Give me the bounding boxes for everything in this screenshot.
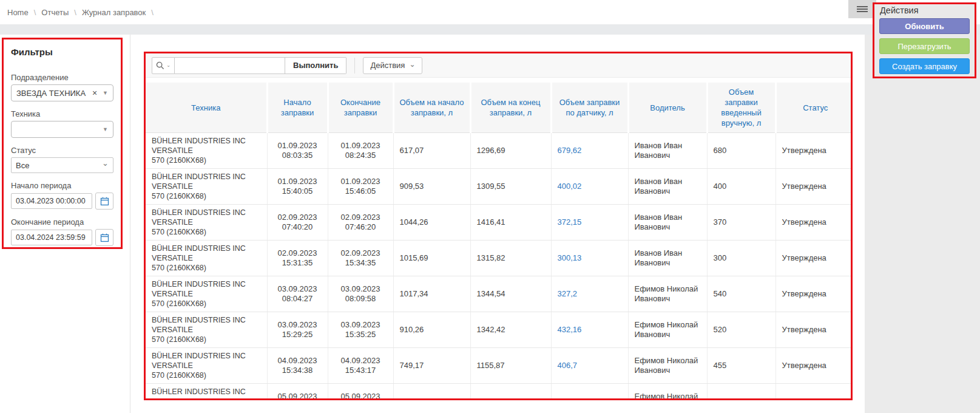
filters-title: Фильтры (11, 47, 113, 57)
table-row[interactable]: BÜHLER INDUSTRIES INC VERSATILE 570 (216… (146, 312, 853, 348)
table-cell: 300 (707, 241, 776, 276)
calendar-button[interactable] (95, 193, 113, 210)
table-cell: 1296,69 (470, 133, 551, 169)
table-cell: Ефимов Николай Иванович (628, 312, 707, 348)
refresh-button[interactable]: Обновить (879, 18, 970, 34)
grid-actions-button[interactable]: Действия ⌄ (363, 57, 422, 74)
table-cell: 03.09.2023 08:04:27 (267, 276, 328, 312)
period-end-input[interactable] (11, 230, 92, 245)
table-cell: 679,62 (551, 133, 628, 169)
search-options-button[interactable]: ⌄ (152, 57, 175, 74)
table-cell: 05.09.2023 08:23:53 (267, 384, 328, 401)
sensor-volume-link[interactable]: 372,15 (558, 217, 582, 227)
calendar-icon (100, 197, 109, 206)
column-header[interactable]: Объем на конец заправки, л (470, 83, 551, 133)
division-select[interactable]: ЗВЕЗДА ТЕХНИКА × ▼ (11, 84, 113, 101)
table-cell: 372,15 (551, 205, 628, 241)
table-cell: 455 (707, 348, 776, 384)
grid-toolbar: ⌄ Выполнить Действия ⌄ (146, 53, 851, 78)
sensor-volume-link[interactable]: 679,62 (558, 146, 582, 155)
table-row[interactable]: BÜHLER INDUSTRIES INC VERSATILE 570 (216… (146, 384, 853, 401)
table-cell: BÜHLER INDUSTRIES INC VERSATILE 570 (216… (146, 241, 267, 276)
column-header[interactable]: Начало заправки (267, 83, 328, 133)
table-cell: 400,02 (551, 169, 628, 205)
table-cell: 1344,54 (470, 276, 551, 312)
table-cell: 1301,88 (470, 384, 551, 401)
breadcrumb-item[interactable]: Отчеты (41, 8, 69, 17)
create-refuel-button[interactable]: Создать заправку (879, 58, 970, 74)
column-header[interactable]: Техника (146, 83, 267, 133)
table-cell: 1015,69 (393, 241, 470, 276)
table-row[interactable]: BÜHLER INDUSTRIES INC VERSATILE 570 (216… (146, 276, 853, 312)
table-cell: 02.09.2023 07:40:20 (267, 205, 328, 241)
clear-icon[interactable]: × (92, 89, 97, 97)
table-cell: BÜHLER INDUSTRIES INC VERSATILE 570 (216… (146, 276, 267, 312)
sensor-volume-link[interactable]: 327,2 (558, 289, 578, 298)
caret-down-icon: ⌄ (166, 63, 171, 68)
table-cell: 1017,34 (393, 276, 470, 312)
table-cell: 01.09.2023 08:03:35 (267, 133, 328, 169)
table-cell: Ефимов Николай Иванович (628, 384, 707, 401)
hamburger-icon (857, 5, 868, 13)
calendar-button[interactable] (95, 229, 113, 246)
table-cell: Иванов Иван Иванович (628, 241, 707, 276)
column-header[interactable]: Объем заправки введенный вручную, л (707, 83, 776, 133)
column-header[interactable]: Статус (776, 83, 853, 133)
table-cell: 1044,26 (393, 205, 470, 241)
table-row[interactable]: BÜHLER INDUSTRIES INC VERSATILE 570 (216… (146, 133, 853, 169)
breadcrumb-item[interactable]: Home (7, 8, 29, 17)
table-cell: 749,17 (393, 348, 470, 384)
table-cell: 909,53 (393, 169, 470, 205)
chevron-down-icon: ⌄ (409, 63, 415, 66)
table-cell: Ефимов Николай Иванович (628, 276, 707, 312)
actions-panel: Действия Обновить Перезагрузить Создать … (873, 2, 976, 78)
table-row[interactable]: BÜHLER INDUSTRIES INC VERSATILE 570 (216… (146, 205, 853, 241)
table-cell: Иванов Иван Иванович (628, 169, 707, 205)
caret-down-icon[interactable]: ▼ (103, 127, 108, 132)
period-start-input[interactable] (11, 193, 92, 209)
table-cell: 1309,55 (470, 169, 551, 205)
table-cell: 02.09.2023 07:46:20 (328, 205, 393, 241)
top-bar: Home\Отчеты\Журнал заправок\ (0, 0, 980, 24)
table-cell: BÜHLER INDUSTRIES INC VERSATILE 570 (216… (146, 133, 267, 169)
table-cell: 370 (707, 205, 776, 241)
column-header[interactable]: Объем на начало заправки, л (393, 83, 470, 133)
sensor-volume-link[interactable]: 362,31 (558, 397, 582, 400)
table-cell: 327,2 (551, 276, 628, 312)
filters-panel: Фильтры Подразделение ЗВЕЗДА ТЕХНИКА × ▼… (2, 38, 123, 249)
table-cell: 04.09.2023 15:43:17 (328, 348, 393, 384)
table-cell: BÜHLER INDUSTRIES INC VERSATILE 570 (216… (146, 205, 267, 241)
column-header[interactable]: Окончание заправки (328, 83, 393, 133)
tech-label: Техника (11, 109, 113, 118)
table-cell: 03.09.2023 15:35:25 (328, 312, 393, 348)
caret-down-icon[interactable]: ▼ (103, 90, 108, 96)
column-header[interactable]: Водитель (628, 83, 707, 133)
search-input[interactable] (175, 57, 285, 74)
table-row[interactable]: BÜHLER INDUSTRIES INC VERSATILE 570 (216… (146, 169, 853, 205)
sensor-volume-link[interactable]: 432,16 (558, 325, 582, 334)
table-cell: 03.09.2023 08:09:58 (328, 276, 393, 312)
table-cell: Утверждена (776, 205, 853, 241)
execute-button[interactable]: Выполнить (285, 57, 346, 74)
sensor-volume-link[interactable]: 400,02 (558, 182, 582, 191)
table-cell: 300,13 (551, 241, 628, 276)
table-cell: 432,16 (551, 312, 628, 348)
table-cell: Утверждена (776, 348, 853, 384)
reload-button[interactable]: Перезагрузить (879, 38, 970, 54)
status-select[interactable]: Все ⌄ (11, 157, 113, 173)
sensor-volume-link[interactable]: 300,13 (558, 253, 582, 262)
tech-select[interactable]: ▼ (11, 121, 113, 138)
breadcrumb-item[interactable]: Журнал заправок (82, 8, 146, 17)
report-region: ⌄ Выполнить Действия ⌄ ТехникаНачало зап… (144, 52, 853, 400)
period-start-label: Начало периода (11, 181, 113, 190)
right-background (865, 35, 980, 413)
table-cell: 02.09.2023 15:31:35 (267, 241, 328, 276)
table-cell: 04.09.2023 15:34:38 (267, 348, 328, 384)
table-cell: 939,57 (393, 384, 470, 401)
column-header[interactable]: Объем заправки по датчику, л (551, 83, 628, 133)
sensor-volume-link[interactable]: 406,7 (558, 361, 578, 370)
table-row[interactable]: BÜHLER INDUSTRIES INC VERSATILE 570 (216… (146, 241, 853, 276)
calendar-icon (100, 233, 109, 242)
table-row[interactable]: BÜHLER INDUSTRIES INC VERSATILE 570 (216… (146, 348, 853, 384)
period-end-label: Окончание периода (11, 217, 113, 227)
